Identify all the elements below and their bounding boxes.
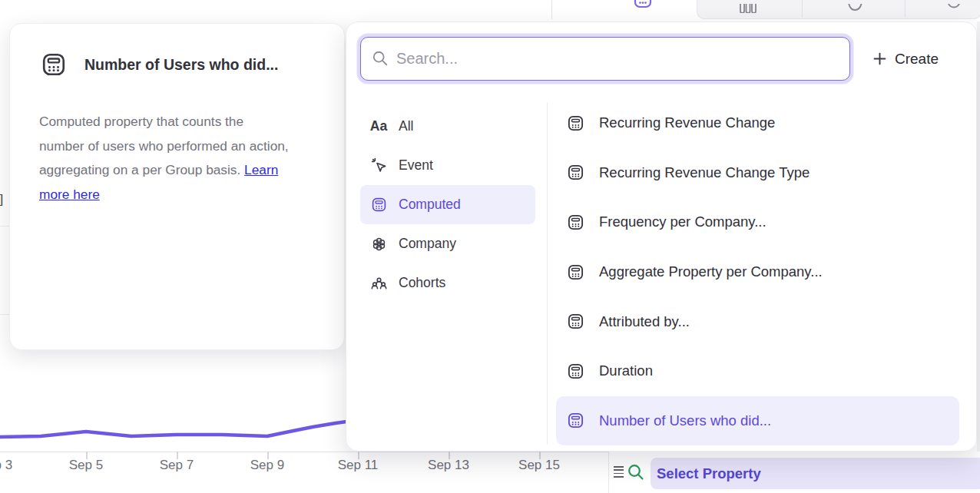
category-label: Company bbox=[399, 236, 456, 252]
property-label: Aggregate Property per Company... bbox=[599, 263, 823, 280]
calculator-icon bbox=[370, 197, 387, 213]
line-chart-icon[interactable] bbox=[845, 4, 865, 13]
category-all[interactable]: AaAll bbox=[360, 107, 535, 146]
property-item[interactable]: Duration bbox=[556, 346, 959, 396]
category-label: Computed bbox=[399, 197, 461, 213]
property-label: Attributed by... bbox=[599, 313, 690, 330]
drag-handle-icon[interactable] bbox=[614, 466, 624, 480]
cohorts-icon bbox=[370, 275, 387, 291]
learn-more-link[interactable]: Learn bbox=[244, 162, 278, 177]
clipped-text-fragment: v] bbox=[0, 192, 8, 212]
x-axis-label: Sep 9 bbox=[250, 458, 284, 473]
x-axis-label: Sep 3 bbox=[0, 458, 12, 473]
x-axis-label: Sep 13 bbox=[428, 458, 469, 473]
calculator-icon bbox=[566, 164, 584, 181]
select-property-button[interactable]: Select Property bbox=[657, 458, 761, 489]
category-computed[interactable]: Computed bbox=[360, 185, 535, 224]
property-tooltip-card: Number of Users who did... Computed prop… bbox=[9, 23, 345, 350]
category-list: AaAllEventComputedCompanyCohorts bbox=[360, 107, 535, 303]
panel-column-divider bbox=[547, 102, 548, 445]
metric-circle-icon[interactable] bbox=[944, 4, 964, 13]
company-icon bbox=[370, 236, 387, 252]
property-label: Number of Users who did... bbox=[599, 412, 771, 429]
category-label: All bbox=[399, 118, 413, 134]
property-item[interactable]: Attributed by... bbox=[556, 296, 959, 346]
description-line: more here bbox=[39, 183, 289, 207]
create-button-label: Create bbox=[895, 51, 939, 68]
property-label: Recurring Revenue Change Type bbox=[599, 164, 809, 181]
property-item[interactable]: Frequency per Company... bbox=[556, 197, 959, 247]
category-label: Event bbox=[399, 157, 433, 174]
search-field bbox=[360, 37, 850, 81]
calculator-icon bbox=[566, 362, 584, 380]
calculator-icon bbox=[566, 213, 584, 231]
x-axis-label: Sep 5 bbox=[69, 458, 103, 473]
property-picker-panel: Create AaAllEventComputedCompanyCohorts … bbox=[346, 22, 977, 452]
visualization-tabbar bbox=[551, 0, 980, 19]
property-search-icon[interactable] bbox=[627, 463, 645, 481]
property-list: Recurring Revenue ChangeRecurring Revenu… bbox=[556, 98, 959, 445]
description-line: aggregating on a per Group basis. Learn bbox=[39, 158, 289, 183]
tab-insights[interactable] bbox=[552, 0, 697, 19]
calculator-icon bbox=[566, 114, 584, 132]
learn-more-link[interactable]: more here bbox=[39, 187, 100, 202]
page-gap bbox=[977, 22, 980, 452]
query-builder-row: Select Property bbox=[608, 452, 980, 493]
property-item[interactable]: Recurring Revenue Change Type bbox=[556, 148, 959, 198]
tab-divider bbox=[905, 0, 906, 18]
app-root: Sep 3Sep 5Sep 7Sep 9Sep 11Sep 13Sep 15 v… bbox=[0, 0, 980, 493]
create-button[interactable]: Create bbox=[873, 37, 939, 81]
property-label: Recurring Revenue Change bbox=[599, 114, 775, 131]
aa-icon: Aa bbox=[370, 118, 387, 134]
event-cursor-icon bbox=[370, 157, 387, 174]
property-label: Duration bbox=[599, 362, 653, 379]
calculator-icon bbox=[41, 51, 67, 81]
calculator-icon bbox=[566, 412, 584, 429]
report-icon bbox=[633, 0, 653, 9]
description-line: number of users who performed an action, bbox=[39, 134, 289, 159]
x-axis-label: Sep 7 bbox=[160, 458, 194, 473]
plus-icon bbox=[873, 52, 886, 65]
category-label: Cohorts bbox=[399, 275, 445, 291]
tab-group bbox=[697, 0, 980, 19]
x-axis-label: Sep 15 bbox=[518, 458, 560, 473]
x-axis-label: Sep 11 bbox=[338, 458, 379, 473]
category-event[interactable]: Event bbox=[360, 146, 535, 185]
bg-row-divider bbox=[0, 226, 9, 227]
tooltip-title: Number of Users who did... bbox=[84, 56, 278, 74]
property-item[interactable]: Recurring Revenue Change bbox=[556, 98, 959, 148]
search-input[interactable] bbox=[361, 38, 849, 80]
description-line: Computed property that counts the bbox=[39, 110, 289, 134]
tab-divider bbox=[802, 0, 803, 18]
property-label: Frequency per Company... bbox=[599, 213, 766, 230]
bar-chart-icon[interactable] bbox=[738, 4, 758, 13]
category-cohorts[interactable]: Cohorts bbox=[360, 263, 535, 303]
category-company[interactable]: Company bbox=[360, 224, 535, 263]
tooltip-description: Computed property that counts the number… bbox=[39, 110, 289, 207]
property-item[interactable]: Number of Users who did... bbox=[556, 396, 959, 446]
x-axis-line bbox=[0, 452, 610, 452]
bg-row-divider bbox=[0, 314, 9, 315]
property-item[interactable]: Aggregate Property per Company... bbox=[556, 247, 959, 297]
calculator-icon bbox=[566, 263, 584, 281]
calculator-icon bbox=[566, 313, 584, 330]
